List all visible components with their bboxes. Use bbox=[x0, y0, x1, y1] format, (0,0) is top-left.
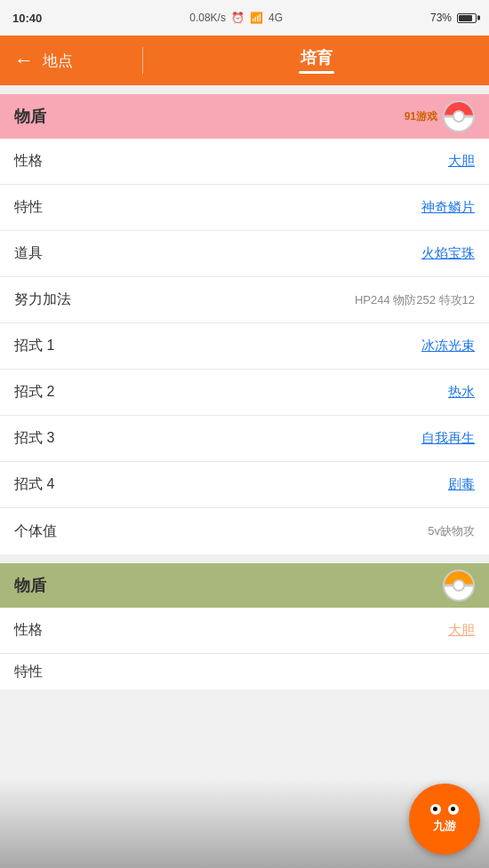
value-iv: 5v缺物攻 bbox=[428, 523, 475, 539]
section1-title: 物盾 bbox=[14, 106, 46, 127]
status-center: 0.08K/s ⏰ 📶 4G bbox=[189, 12, 283, 24]
value-move4[interactable]: 剧毒 bbox=[448, 476, 475, 493]
row2-personality: 性格 大胆 bbox=[0, 608, 489, 654]
battery-percent: 73% bbox=[430, 12, 452, 24]
row-move2: 招式 2 热水 bbox=[0, 370, 489, 416]
value2-personality[interactable]: 大胆 bbox=[448, 622, 475, 639]
value-ev: HP244 物防252 特攻12 bbox=[355, 292, 475, 308]
label-move3: 招式 3 bbox=[14, 429, 54, 448]
value-move2[interactable]: 热水 bbox=[448, 384, 475, 401]
label-move2: 招式 2 bbox=[14, 383, 54, 402]
label-item-held: 道具 bbox=[14, 244, 43, 263]
jiuyou-text: 九游 bbox=[433, 818, 456, 834]
label-move4: 招式 4 bbox=[14, 475, 54, 494]
section1-card: 物盾 91游戏 性格 大胆 特性 神奇鳞片 道具 火焰宝珠 努力加法 HP244… bbox=[0, 94, 489, 554]
value-ability[interactable]: 神奇鳞片 bbox=[421, 199, 475, 216]
pokeball-icon bbox=[443, 100, 475, 132]
row-ability: 特性 神奇鳞片 bbox=[0, 185, 489, 231]
row2-ability: 特性 bbox=[0, 654, 489, 689]
jiuyou-eye-left bbox=[430, 804, 441, 815]
label-personality: 性格 bbox=[14, 152, 43, 171]
value-move3[interactable]: 自我再生 bbox=[421, 430, 475, 447]
section1-header: 物盾 91游戏 bbox=[0, 94, 489, 139]
section2-title: 物盾 bbox=[14, 575, 46, 596]
jiuyou-eye-right bbox=[448, 804, 459, 815]
label-move1: 招式 1 bbox=[14, 337, 54, 355]
section2-logo bbox=[443, 569, 475, 601]
section2-card: 物盾 性格 大胆 特性 bbox=[0, 563, 489, 689]
label-ability: 特性 bbox=[14, 198, 43, 217]
alarm-icon: ⏰ bbox=[231, 12, 244, 24]
status-bar: 10:40 0.08K/s ⏰ 📶 4G 73% bbox=[0, 0, 489, 36]
battery-icon bbox=[457, 13, 477, 23]
section1-logo: 91游戏 bbox=[405, 100, 475, 132]
row-personality: 性格 大胆 bbox=[0, 139, 489, 185]
nav-left: ← 地点 bbox=[0, 49, 142, 72]
network-speed: 0.08K/s bbox=[189, 12, 226, 24]
value-item-held[interactable]: 火焰宝珠 bbox=[421, 245, 475, 262]
nav-bar: ← 地点 培育 bbox=[0, 36, 489, 85]
signal-bars-icon: 📶 bbox=[250, 12, 263, 24]
value-personality[interactable]: 大胆 bbox=[448, 153, 475, 170]
label-ev: 努力加法 bbox=[14, 291, 71, 309]
nav-center-title: 培育 bbox=[301, 47, 333, 68]
label2-personality: 性格 bbox=[14, 621, 43, 640]
row-ev: 努力加法 HP244 物防252 特攻12 bbox=[0, 277, 489, 323]
logo-91-text: 91游戏 bbox=[405, 109, 437, 124]
section2-header: 物盾 bbox=[0, 563, 489, 608]
row-move3: 招式 3 自我再生 bbox=[0, 416, 489, 462]
label-iv: 个体值 bbox=[14, 522, 57, 541]
row-move1: 招式 1 冰冻光束 bbox=[0, 323, 489, 370]
network-type: 4G bbox=[269, 12, 283, 24]
row-move4: 招式 4 剧毒 bbox=[0, 462, 489, 508]
pokeball-orange-icon bbox=[443, 569, 475, 601]
row-item-held: 道具 火焰宝珠 bbox=[0, 231, 489, 277]
nav-left-title: 地点 bbox=[43, 51, 73, 71]
label2-ability: 特性 bbox=[14, 663, 43, 681]
main-container: 10:40 0.08K/s ⏰ 📶 4G 73% ← 地点 培育 物盾 bbox=[0, 0, 489, 868]
nav-center: 培育 bbox=[143, 47, 489, 74]
back-button[interactable]: ← bbox=[14, 49, 34, 72]
time-display: 10:40 bbox=[12, 12, 42, 25]
jiuyou-logo: 九游 bbox=[409, 784, 480, 855]
jiuyou-eyes bbox=[430, 804, 459, 815]
value-move1[interactable]: 冰冻光束 bbox=[421, 338, 475, 354]
battery-area: 73% bbox=[430, 12, 477, 24]
nav-underline bbox=[299, 71, 334, 74]
row-iv: 个体值 5v缺物攻 bbox=[0, 508, 489, 554]
